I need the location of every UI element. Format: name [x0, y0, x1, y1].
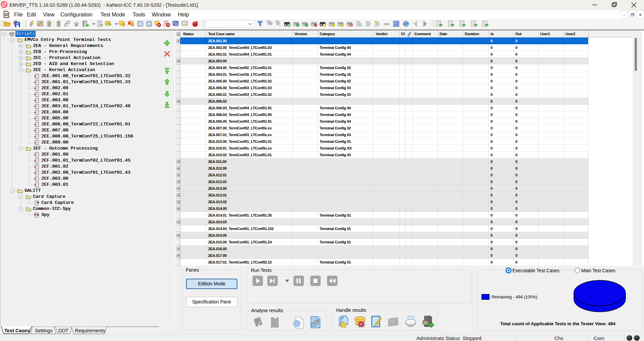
svg-text:XML: XML — [384, 22, 390, 26]
svg-text:2: 2 — [351, 24, 352, 27]
svg-text:0: 0 — [288, 24, 290, 27]
svg-text:T: T — [5, 13, 7, 16]
svg-text:9: 9 — [324, 24, 325, 27]
svg-text:Settings: Settings — [35, 328, 52, 333]
svg-text:DDT: DDT — [58, 328, 68, 333]
svg-text:Test Cases: Test Cases — [4, 328, 30, 333]
svg-text:Requirements: Requirements — [75, 328, 105, 333]
